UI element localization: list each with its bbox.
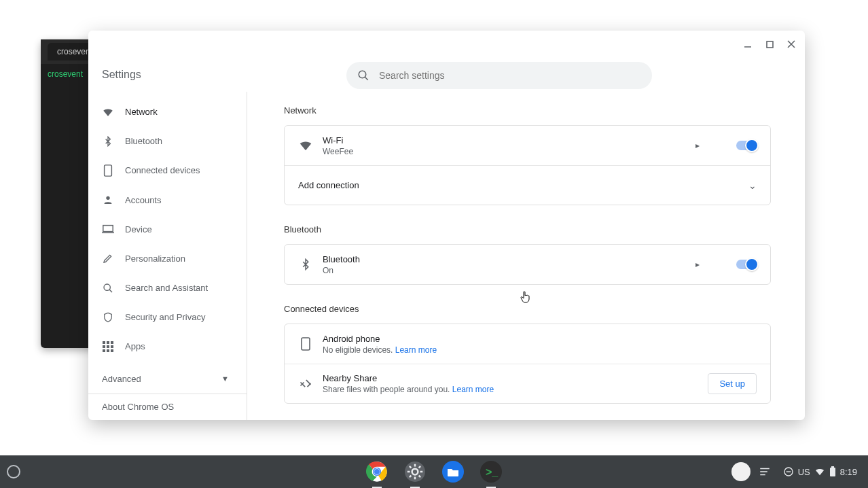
sidebar-item-label: Search and Assistant [125,283,208,293]
svg-rect-8 [103,226,113,232]
search-bar[interactable] [346,62,652,89]
sidebar-advanced[interactable]: Advanced ▼ [88,364,247,394]
bluetooth-label: Bluetooth [323,254,686,264]
sidebar-item-personalization[interactable]: Personalization [88,244,247,273]
wifi-network-name: WeeFee [323,147,686,156]
connected-devices-card: Android phone No eligible devices. Learn… [284,324,771,404]
chrome-app-icon[interactable] [363,458,391,485]
wifi-label: Wi-Fi [323,135,686,145]
svg-line-5 [365,77,368,80]
wifi-toggle[interactable] [736,141,757,150]
sidebar-item-bluetooth[interactable]: Bluetooth [88,126,247,156]
svg-line-33 [410,466,412,468]
settings-content: Network Wi-Fi WeeFee ▸ Add connection ⌄ [247,92,805,420]
nearby-share-subtext: Share files with people around you. Lear… [323,385,698,394]
svg-rect-17 [111,345,113,348]
files-app-icon[interactable] [439,458,467,485]
svg-rect-19 [107,349,109,352]
person-icon [102,194,114,206]
svg-rect-16 [107,345,109,348]
sidebar-item-label: Apps [125,341,145,351]
sidebar-item-accounts[interactable]: Accounts [88,186,247,215]
phone-icon [298,336,313,351]
shield-icon [102,311,114,324]
wifi-status-icon [814,466,825,477]
minimize-button[interactable] [738,35,757,54]
sidebar-item-connected-devices[interactable]: Connected devices [88,156,247,185]
settings-app-icon[interactable] [401,458,429,485]
bluetooth-status: On [323,266,686,275]
svg-line-34 [419,476,421,478]
svg-rect-12 [103,341,105,344]
section-title-network: Network [284,105,771,116]
terminal-app-icon[interactable]: >_ [477,458,505,485]
add-connection-label: Add connection [298,180,739,190]
svg-rect-20 [111,349,113,352]
sidebar: Network Bluetooth Connected devices Acco… [88,92,247,420]
terminal-prompt: crosevent [48,69,83,79]
setup-button[interactable]: Set up [708,373,757,394]
settings-window: Settings Network Bluetooth Connected dev… [88,31,805,420]
sidebar-item-apps[interactable]: Apps [88,332,247,361]
add-connection-row[interactable]: Add connection ⌄ [285,165,770,205]
svg-rect-14 [111,341,113,344]
nearby-share-row[interactable]: Nearby Share Share files with people aro… [285,364,770,403]
maximize-button[interactable] [760,35,779,54]
sidebar-item-device[interactable]: Device [88,215,247,244]
svg-point-4 [359,71,366,78]
sidebar-item-label: Connected devices [125,165,200,175]
sidebar-item-label: Accounts [125,195,161,205]
chevron-down-icon: ⌄ [748,180,757,191]
search-input[interactable] [379,70,641,81]
sidebar-item-security-privacy[interactable]: Security and Privacy [88,302,247,332]
wifi-row[interactable]: Wi-Fi WeeFee ▸ [285,126,770,165]
user-avatar[interactable] [731,462,751,481]
svg-rect-43 [831,466,834,468]
svg-point-26 [374,469,380,474]
android-phone-label: Android phone [323,334,757,344]
svg-line-36 [419,466,421,468]
sidebar-item-network[interactable]: Network [88,97,247,126]
svg-rect-21 [302,338,310,350]
android-phone-subtext-plain: No eligible devices. [323,345,395,355]
launcher-button[interactable] [7,465,20,478]
svg-rect-42 [830,468,835,476]
shelf: >_ US 8:19 [0,455,868,488]
sidebar-item-search-assistant[interactable]: Search and Assistant [88,273,247,302]
about-label: About Chrome OS [102,402,174,412]
shelf-pinned-apps: >_ [363,458,505,485]
svg-text:>_: >_ [486,466,499,478]
notification-icon [783,466,794,477]
sidebar-about[interactable]: About Chrome OS [88,394,247,420]
svg-rect-18 [103,349,105,352]
nearby-share-icon [298,377,313,391]
wifi-icon [298,138,313,153]
svg-line-11 [109,290,112,292]
shelf-status-area[interactable]: US 8:19 [731,462,861,481]
svg-rect-15 [103,345,105,348]
search-icon [102,282,114,294]
network-card: Wi-Fi WeeFee ▸ Add connection ⌄ [284,125,771,205]
wifi-icon [102,106,114,118]
android-phone-subtext: No eligible devices. Learn more [323,345,757,355]
svg-point-10 [104,284,110,290]
stylus-tools-icon[interactable] [759,466,771,478]
search-icon [357,69,369,82]
bluetooth-toggle[interactable] [736,260,757,269]
status-tray[interactable]: US 8:19 [779,464,861,480]
section-title-bluetooth: Bluetooth [284,224,771,234]
clock: 8:19 [840,467,857,477]
close-button[interactable] [782,35,801,54]
section-title-connected: Connected devices [284,304,771,314]
android-learn-more-link[interactable]: Learn more [395,345,437,355]
chevron-right-icon: ▸ [695,260,700,269]
settings-title: Settings [102,69,141,81]
sidebar-item-label: Device [125,224,152,234]
nearby-learn-more-link[interactable]: Learn more [452,385,494,394]
nearby-share-subtext-plain: Share files with people around you. [323,385,452,394]
advanced-label: Advanced [102,374,141,384]
bluetooth-row[interactable]: Bluetooth On ▸ [285,245,770,284]
settings-header: Settings [88,31,805,92]
android-phone-row[interactable]: Android phone No eligible devices. Learn… [285,324,770,364]
svg-point-7 [106,196,109,200]
